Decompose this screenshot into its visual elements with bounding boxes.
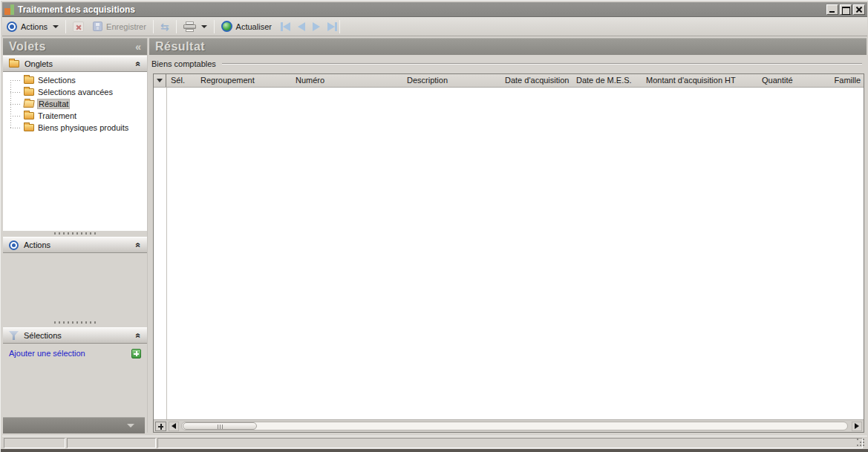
collapse-sidebar-icon[interactable]: « xyxy=(135,42,141,52)
actions-menu-label: Actions xyxy=(21,22,48,31)
tree-item[interactable]: Sélections avancées xyxy=(3,86,147,98)
tree-item-label: Traitement xyxy=(38,111,76,120)
column-header[interactable]: Date d'acquisition xyxy=(500,74,572,87)
tree-item[interactable]: Traitement xyxy=(3,110,147,122)
tree-connector xyxy=(10,80,11,128)
column-header[interactable]: Famille xyxy=(817,74,864,87)
actions-menu-button[interactable]: Actions xyxy=(2,19,63,35)
scrollbar-track[interactable] xyxy=(181,422,848,430)
status-panel xyxy=(157,438,863,448)
scrollbar-thumb[interactable] xyxy=(183,422,257,430)
grid-header-row: Sél.RegroupementNuméroDescriptionDate d'… xyxy=(154,74,864,88)
save-button-label: Enregistrer xyxy=(106,22,146,31)
section-header-actions[interactable]: Actions xyxy=(3,237,147,253)
last-record-button[interactable] xyxy=(327,21,337,33)
grid-horizontal-scrollbar xyxy=(154,419,864,432)
actions-icon xyxy=(7,22,17,32)
splitter-handle[interactable] xyxy=(3,319,147,326)
next-record-button[interactable] xyxy=(313,21,320,33)
print-icon xyxy=(183,22,196,32)
sync-button[interactable]: ⇆ xyxy=(156,19,174,35)
scroll-left-button[interactable] xyxy=(169,422,179,431)
tree-connector xyxy=(10,104,22,105)
folder-icon xyxy=(24,88,34,96)
onglets-tree: SélectionsSélections avancéesRésultatTra… xyxy=(3,72,147,231)
column-header[interactable]: Quantité xyxy=(757,74,817,87)
first-record-button[interactable] xyxy=(281,21,290,33)
folder-icon xyxy=(24,124,34,131)
folder-icon xyxy=(9,60,19,68)
sidebar-title: Volets xyxy=(9,40,46,53)
app-icon-orange-block xyxy=(4,8,10,15)
grid-body[interactable] xyxy=(154,88,864,419)
sync-icon: ⇆ xyxy=(160,22,169,32)
filter-icon xyxy=(9,331,19,340)
section-header-selections[interactable]: Sélections xyxy=(3,327,147,344)
groupbox-line xyxy=(222,63,862,65)
results-grid: Sél.RegroupementNuméroDescriptionDate d'… xyxy=(153,73,864,433)
tree-connector xyxy=(10,116,22,117)
actions-icon xyxy=(9,240,19,250)
maximize-button[interactable] xyxy=(840,4,852,15)
save-button[interactable]: Enregistrer xyxy=(88,19,151,35)
column-header[interactable]: Date de M.E.S. xyxy=(572,74,642,87)
status-panel xyxy=(67,438,156,448)
column-header[interactable]: Sél. xyxy=(166,74,196,87)
save-icon xyxy=(93,22,102,31)
previous-record-button[interactable] xyxy=(298,21,305,33)
chevron-down-icon[interactable] xyxy=(127,424,134,428)
print-button[interactable] xyxy=(179,19,212,35)
refresh-button[interactable]: Actualiser xyxy=(217,19,276,35)
column-header[interactable]: Numéro xyxy=(291,74,402,87)
column-header[interactable]: Description xyxy=(402,74,500,87)
collapse-section-icon[interactable] xyxy=(134,333,144,338)
toolbar-separator xyxy=(65,20,66,33)
toolbar-separator xyxy=(176,20,177,33)
selector-column-divider xyxy=(166,88,167,419)
scroll-right-button[interactable] xyxy=(852,422,862,431)
pane-divider xyxy=(147,38,148,433)
tree-connector xyxy=(10,80,22,81)
grid-header-cells: Sél.RegroupementNuméroDescriptionDate d'… xyxy=(166,74,864,87)
add-selection-link[interactable]: Ajouter une sélection xyxy=(9,349,85,358)
groupbox-label: Biens comptables xyxy=(151,59,216,68)
chevron-down-icon xyxy=(53,25,59,28)
result-pane-header: Résultat xyxy=(149,38,867,55)
refresh-button-label: Actualiser xyxy=(236,22,272,31)
folder-icon xyxy=(24,76,34,84)
tree-item-label: Sélections avancées xyxy=(38,88,113,96)
title-bar[interactable]: Traitement des acquisitions xyxy=(2,2,867,17)
window-bottom-edge xyxy=(1,449,868,452)
add-row-button[interactable] xyxy=(155,422,166,431)
sidebar-bottom-bar[interactable] xyxy=(3,417,145,433)
add-icon[interactable] xyxy=(131,349,141,358)
collapse-section-icon[interactable] xyxy=(134,243,144,248)
row-selector-dropdown[interactable] xyxy=(154,74,166,87)
section-header-onglets[interactable]: Onglets xyxy=(3,56,147,72)
column-header[interactable]: Regroupement xyxy=(196,74,291,87)
collapse-section-icon[interactable] xyxy=(134,62,144,67)
tree-connector xyxy=(10,128,22,128)
folder-icon xyxy=(24,112,34,119)
column-header[interactable]: Montant d'acquisition HT xyxy=(642,74,757,87)
result-pane-title: Résultat xyxy=(155,40,205,53)
close-button[interactable] xyxy=(853,4,865,15)
selections-section-label: Sélections xyxy=(24,331,62,340)
tree-item[interactable]: Sélections xyxy=(3,74,147,86)
delete-button[interactable] xyxy=(68,19,88,35)
tree-item-label: Sélections xyxy=(38,76,76,85)
delete-icon xyxy=(73,22,84,32)
refresh-icon xyxy=(221,21,232,32)
app-icon xyxy=(4,4,14,15)
minimize-button[interactable] xyxy=(826,4,838,15)
splitter-handle[interactable] xyxy=(3,230,147,236)
tree-item[interactable]: Résultat xyxy=(3,98,147,110)
resize-grip[interactable] xyxy=(857,439,865,447)
groupbox-caption: Biens comptables xyxy=(149,56,867,72)
tree-connector xyxy=(10,92,22,93)
toolbar-separator xyxy=(339,20,340,33)
add-selection-row: Ajouter une sélection xyxy=(3,345,147,361)
tree-item-label: Biens physiques produits xyxy=(38,123,128,132)
tree-item[interactable]: Biens physiques produits xyxy=(3,122,147,134)
scrollbar-grip xyxy=(218,425,224,429)
